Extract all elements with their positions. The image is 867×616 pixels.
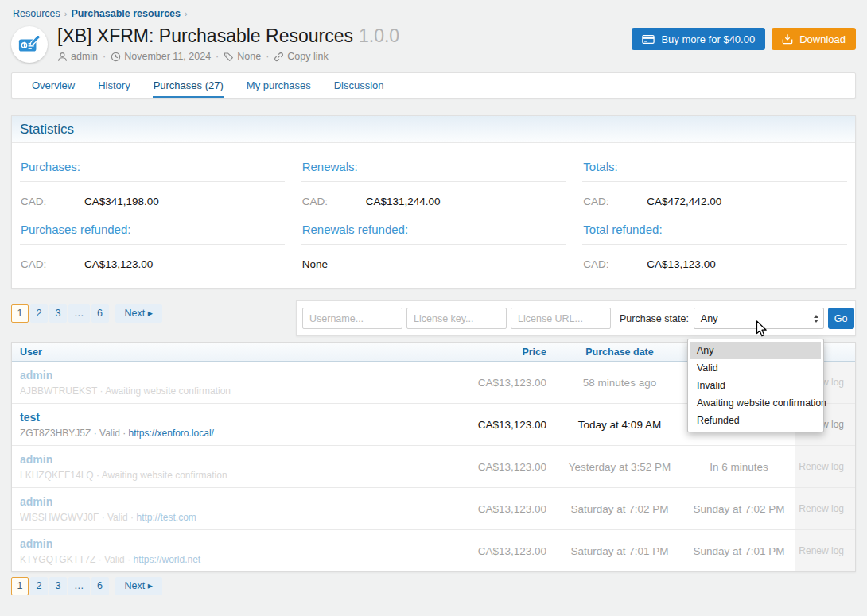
tab-discussion[interactable]: Discussion [333, 73, 385, 98]
statistics-title: Statistics [12, 116, 855, 143]
purchase-date: Saturday at 7:01 PM [556, 545, 683, 557]
purchase-price: CA$13,123.00 [445, 545, 556, 557]
license-url-link[interactable]: https://xenforo.local/ [128, 428, 213, 439]
tab-bar: Overview History Purchases (27) My purch… [11, 72, 856, 99]
statistics-grid: Purchases: CAD:CA$341,198.00 Renewals: C… [12, 143, 855, 288]
breadcrumb-link-purchasable-resources[interactable]: Purchasable resources [71, 8, 181, 19]
dropdown-option[interactable]: Valid [690, 359, 821, 377]
purchase-username-link[interactable]: admin [20, 495, 52, 508]
header-actions: Buy more for $40.00 Download [632, 28, 856, 50]
dropdown-option[interactable]: Any [690, 342, 821, 359]
renew-log-link[interactable]: Renew log [799, 461, 844, 472]
license-key-input[interactable] [406, 308, 507, 329]
breadcrumb-separator: › [185, 9, 188, 18]
pagination-page[interactable]: 3 [49, 577, 67, 595]
filter-bar: Purchase state: Any Go [296, 300, 856, 336]
pagination-page[interactable]: 1 [11, 577, 29, 595]
meta-author: admin [57, 51, 98, 62]
meta-author-text: admin [71, 51, 98, 62]
tag-icon [224, 52, 234, 62]
pagination-page[interactable]: 1 [11, 304, 29, 323]
purchase-user-cell: admin KTYGQTGKTT7Z · Valid · https://wor… [12, 530, 445, 571]
user-icon [57, 52, 68, 62]
purchase-username-link[interactable]: admin [20, 369, 52, 382]
purchase-date: Yesterday at 3:52 PM [556, 461, 683, 473]
credit-card-icon [642, 34, 655, 45]
purchase-row: admin LKHZQKEF14LQ · Awaiting website co… [12, 445, 855, 487]
username-input[interactable] [302, 308, 402, 329]
stat-purchases-refunded: Purchases refunded: CAD:CA$13,123.00 [20, 207, 285, 270]
breadcrumb-link-resources[interactable]: Resources [13, 8, 60, 19]
stat-totals: Totals: CAD:CA$472,442.00 [582, 145, 847, 207]
tab-my-purchases[interactable]: My purchases [246, 73, 312, 98]
stat-value: CA$13,123.00 [84, 258, 153, 270]
page-title: [XB] XFRM: Purchasable Resources1.0.0 [57, 25, 632, 46]
purchase-price: CA$13,123.00 [445, 419, 556, 431]
purchase-expiry-date: Sunday at 7:01 PM [683, 545, 795, 557]
dropdown-option[interactable]: Invalid [690, 377, 821, 394]
purchase-license-details: ZGT8Z3HBYJ5Z · Valid · https://xenforo.l… [20, 428, 437, 439]
clock-icon [111, 52, 121, 62]
pagination-page[interactable]: 3 [49, 304, 67, 323]
purchase-date: Saturday at 7:02 PM [556, 503, 683, 515]
purchase-row: admin KTYGQTGKTT7Z · Valid · https://wor… [12, 529, 855, 571]
meta-separator: · [216, 51, 219, 62]
purchase-date: Today at 4:09 AM [556, 419, 683, 431]
resource-meta: admin · November 11, 2024 · [57, 51, 632, 62]
go-button[interactable]: Go [828, 308, 854, 329]
breadcrumb: Resources›Purchasable resources› [11, 0, 856, 25]
pagination-page[interactable]: 6 [91, 577, 109, 595]
pagination-page[interactable]: 6 [91, 304, 109, 323]
license-state-text: ZGT8Z3HBYJ5Z · Valid · [20, 428, 128, 439]
tab-purchases[interactable]: Purchases (27) [153, 73, 224, 98]
purchase-user-cell: admin LKHZQKEF14LQ · Awaiting website co… [12, 446, 445, 487]
pagination-page[interactable]: … [68, 577, 90, 595]
license-url-input[interactable] [511, 308, 611, 329]
pagination-page[interactable]: 2 [30, 577, 48, 595]
purchase-username-link[interactable]: test [20, 411, 40, 424]
stat-heading: Renewals refunded: [301, 223, 566, 245]
download-button[interactable]: Download [772, 28, 856, 50]
license-url-link[interactable]: https://world.net [133, 554, 200, 565]
purchase-username-link[interactable]: admin [20, 537, 52, 550]
download-icon [782, 33, 793, 45]
renew-log-link[interactable]: Renew log [799, 545, 844, 556]
resource-avatar[interactable] [11, 26, 48, 63]
purchase-action-cell: Renew log [795, 530, 855, 571]
tab-overview[interactable]: Overview [31, 73, 76, 98]
stat-label: CAD: [583, 196, 647, 207]
pagination-page[interactable]: 2 [30, 304, 48, 323]
stat-label: CAD: [21, 258, 84, 270]
stat-value: CA$472,442.00 [647, 196, 721, 207]
pagination-next[interactable]: Next ▸ [115, 304, 162, 323]
dropdown-option[interactable]: Awaiting website confirmation [690, 394, 821, 412]
renew-log-link[interactable]: Renew log [799, 503, 844, 514]
dropdown-option[interactable]: Refunded [690, 412, 821, 429]
stat-value: CA$341,198.00 [84, 196, 159, 207]
check-pencil-icon [17, 33, 41, 56]
stat-value: None [302, 258, 328, 270]
purchase-username-link[interactable]: admin [20, 453, 52, 466]
license-url-link[interactable]: http://test.com [136, 512, 196, 523]
purchase-user-cell: admin AJBBWTRUEKST · Awaiting website co… [12, 362, 445, 403]
purchase-state-value: Any [701, 313, 718, 324]
purchase-user-cell: admin WISSHWGWVJ0F · Valid · http://test… [12, 488, 445, 529]
purchase-state-select[interactable]: Any [694, 308, 824, 329]
pagination-page[interactable]: … [68, 304, 90, 323]
purchase-state-menu: AnyValidInvalidAwaiting website confirma… [687, 339, 824, 432]
resource-version: 1.0.0 [359, 25, 399, 46]
updown-arrows-icon [814, 315, 818, 323]
purchase-license-details: KTYGQTGKTT7Z · Valid · https://world.net [20, 554, 437, 565]
buy-more-button[interactable]: Buy more for $40.00 [632, 28, 765, 50]
statistics-block: Statistics Purchases: CAD:CA$341,198.00 … [11, 115, 856, 289]
tab-history[interactable]: History [97, 73, 130, 98]
purchase-action-cell: Renew log [795, 488, 855, 529]
pagination-next[interactable]: Next ▸ [115, 577, 162, 595]
stat-label: CAD: [21, 196, 84, 207]
license-state-text: KTYGQTGKTT7Z · Valid · [20, 554, 133, 565]
meta-tags: None [224, 51, 261, 62]
copy-link-button[interactable]: Copy link [274, 51, 328, 62]
stat-heading: Total refunded: [582, 223, 847, 245]
stat-value: CA$131,244.00 [366, 196, 441, 207]
purchase-action-cell: Renew log [795, 446, 855, 487]
